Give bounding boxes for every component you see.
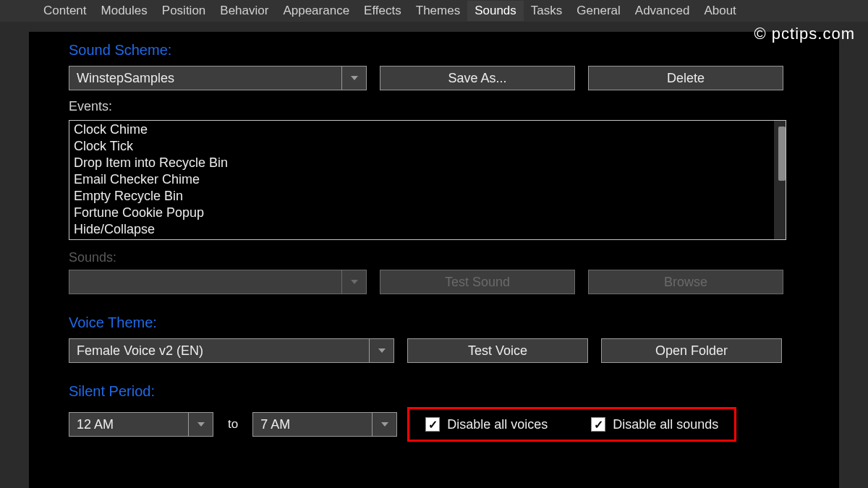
events-label: Events: [69, 99, 817, 114]
test-sound-button: Test Sound [380, 270, 575, 294]
watermark: © pctips.com [754, 25, 855, 43]
chevron-down-icon [369, 339, 393, 362]
tab-sounds[interactable]: Sounds [467, 1, 524, 21]
event-item[interactable]: Clock Tick [74, 138, 770, 155]
tab-advanced[interactable]: Advanced [628, 1, 697, 21]
disable-voices-label: Disable all voices [447, 417, 548, 432]
event-item[interactable]: Hide/Collapse [74, 221, 770, 238]
events-items: Clock Chime Clock Tick Drop Item into Re… [69, 121, 774, 239]
silent-period-label: Silent Period: [69, 383, 817, 400]
open-folder-button[interactable]: Open Folder [601, 338, 782, 363]
tab-content[interactable]: Content [36, 1, 94, 21]
chevron-down-icon [341, 270, 366, 294]
save-as-button[interactable]: Save As... [380, 66, 575, 90]
tab-appearance[interactable]: Appearance [276, 1, 357, 21]
tab-position[interactable]: Position [155, 1, 213, 21]
silent-from-value: 12 AM [69, 413, 188, 436]
event-item[interactable]: Drop Item into Recycle Bin [74, 155, 770, 171]
checkbox-icon: ✓ [591, 417, 605, 432]
sounds-dropdown [69, 270, 367, 294]
chevron-down-icon [341, 67, 366, 90]
tab-about[interactable]: About [697, 1, 743, 21]
tab-general[interactable]: General [569, 1, 627, 21]
disable-sounds-checkbox[interactable]: ✓ Disable all sounds [591, 417, 718, 432]
test-voice-button[interactable]: Test Voice [407, 338, 588, 363]
events-listbox[interactable]: Clock Chime Clock Tick Drop Item into Re… [69, 120, 786, 240]
disable-sounds-label: Disable all sounds [613, 417, 718, 432]
event-item[interactable]: Clock Chime [74, 121, 770, 138]
voice-theme-value: Female Voice v2 (EN) [69, 339, 369, 362]
browse-button: Browse [588, 270, 783, 294]
event-item[interactable]: Empty Recycle Bin [74, 188, 770, 205]
event-item[interactable]: Email Checker Chime [74, 171, 770, 188]
events-scrollbar[interactable] [774, 121, 786, 239]
scrollbar-thumb[interactable] [778, 127, 786, 181]
tab-modules[interactable]: Modules [94, 1, 155, 21]
sound-scheme-value: WinstepSamples [69, 67, 341, 90]
silent-from-dropdown[interactable]: 12 AM [69, 412, 213, 437]
settings-panel: Sound Scheme: WinstepSamples Save As... … [29, 32, 839, 488]
tab-tasks[interactable]: Tasks [524, 1, 569, 21]
tab-themes[interactable]: Themes [409, 1, 467, 21]
tab-behavior[interactable]: Behavior [213, 1, 276, 21]
voice-theme-label: Voice Theme: [69, 314, 817, 331]
sounds-label: Sounds: [69, 250, 817, 265]
sound-scheme-dropdown[interactable]: WinstepSamples [69, 66, 367, 90]
tab-bar: Content Modules Position Behavior Appear… [0, 0, 868, 22]
to-label: to [224, 417, 242, 432]
sound-scheme-label: Sound Scheme: [69, 42, 817, 59]
highlight-box: ✓ Disable all voices ✓ Disable all sound… [407, 407, 736, 442]
event-item[interactable]: Fortune Cookie Popup [74, 205, 770, 221]
delete-button[interactable]: Delete [588, 66, 783, 90]
sounds-value [69, 270, 341, 294]
tab-effects[interactable]: Effects [357, 1, 409, 21]
checkbox-icon: ✓ [425, 417, 440, 432]
silent-to-dropdown[interactable]: 7 AM [252, 412, 397, 437]
chevron-down-icon [188, 413, 213, 436]
chevron-down-icon [372, 413, 396, 436]
silent-to-value: 7 AM [253, 413, 372, 436]
disable-voices-checkbox[interactable]: ✓ Disable all voices [425, 417, 548, 432]
voice-theme-dropdown[interactable]: Female Voice v2 (EN) [69, 338, 394, 363]
